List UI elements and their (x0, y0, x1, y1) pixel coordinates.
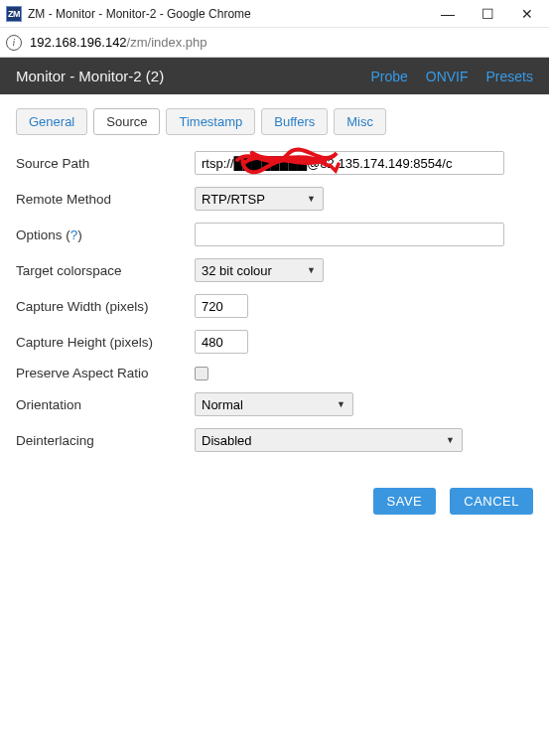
label-deinterlacing: Deinterlacing (16, 433, 195, 448)
minimize-icon[interactable]: — (436, 3, 460, 25)
link-onvif[interactable]: ONVIF (426, 69, 469, 84)
cancel-button[interactable]: CANCEL (450, 488, 533, 515)
label-preserve-aspect: Preserve Aspect Ratio (16, 366, 195, 380)
label-capture-width: Capture Width (pixels) (16, 299, 195, 314)
address-bar[interactable]: i 192.168.196.142/zm/index.php (0, 28, 549, 58)
label-source-path: Source Path (16, 156, 195, 171)
tab-source[interactable]: Source (93, 108, 160, 135)
select-deinterlacing[interactable]: Disabled (195, 428, 463, 452)
select-remote-method[interactable]: RTP/RTSP (195, 187, 324, 211)
page-title: Monitor - Monitor-2 (2) (16, 68, 164, 84)
window-controls: — ☐ ✕ (436, 3, 545, 25)
label-options: Options (?) (16, 227, 195, 242)
action-bar: SAVE CANCEL (0, 476, 549, 515)
label-orientation: Orientation (16, 397, 195, 412)
favicon: ZM (6, 6, 22, 22)
select-orientation[interactable]: Normal (195, 392, 353, 416)
form: Source Path Remote Method RTP/RTSP Optio… (0, 141, 549, 476)
label-capture-height: Capture Height (pixels) (16, 335, 195, 350)
tab-misc[interactable]: Misc (334, 108, 386, 135)
input-options[interactable] (195, 223, 504, 246)
tab-buffers[interactable]: Buffers (261, 108, 328, 135)
window-title: ZM - Monitor - Monitor-2 - Google Chrome (28, 7, 436, 21)
input-capture-height[interactable] (195, 330, 248, 354)
input-source-path[interactable] (195, 151, 504, 175)
input-capture-width[interactable] (195, 294, 248, 318)
link-presets[interactable]: Presets (486, 69, 533, 84)
close-icon[interactable]: ✕ (515, 3, 539, 25)
page-header: Monitor - Monitor-2 (2) Probe ONVIF Pres… (0, 58, 549, 94)
info-icon[interactable]: i (6, 35, 22, 51)
tab-timestamp[interactable]: Timestamp (166, 108, 255, 135)
checkbox-preserve-aspect[interactable] (195, 367, 208, 380)
tab-general[interactable]: General (16, 108, 87, 135)
label-remote-method: Remote Method (16, 192, 195, 207)
address-path: /zm/index.php (127, 35, 207, 50)
address-host: 192.168.196.142 (30, 35, 127, 50)
select-target-colorspace[interactable]: 32 bit colour (195, 258, 324, 282)
label-target-colorspace: Target colorspace (16, 263, 195, 278)
maximize-icon[interactable]: ☐ (476, 3, 499, 25)
tabs: General Source Timestamp Buffers Misc (0, 94, 549, 141)
window-titlebar: ZM ZM - Monitor - Monitor-2 - Google Chr… (0, 0, 549, 28)
save-button[interactable]: SAVE (373, 488, 437, 515)
link-probe[interactable]: Probe (370, 69, 407, 84)
